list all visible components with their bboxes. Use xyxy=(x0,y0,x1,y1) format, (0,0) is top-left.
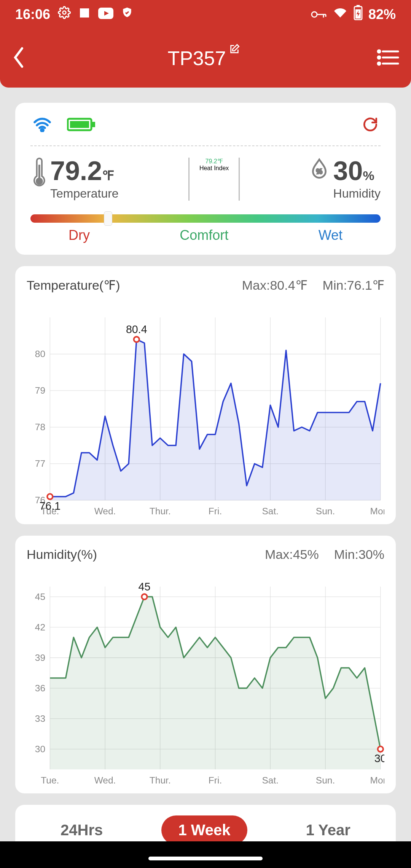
svg-rect-19 xyxy=(70,121,89,128)
svg-text:Sun.: Sun. xyxy=(316,506,335,516)
svg-text:Fri.: Fri. xyxy=(209,506,222,516)
svg-text:Sat.: Sat. xyxy=(262,506,279,516)
svg-text:30: 30 xyxy=(374,753,384,765)
svg-text:Wed.: Wed. xyxy=(94,775,116,785)
svg-text:80.4: 80.4 xyxy=(126,323,147,335)
svg-point-0 xyxy=(63,11,66,14)
svg-text:Sun.: Sun. xyxy=(316,775,335,785)
svg-point-17 xyxy=(41,129,43,131)
svg-text:Wed.: Wed. xyxy=(94,506,116,516)
svg-point-4 xyxy=(312,12,317,17)
svg-text:Thur.: Thur. xyxy=(150,506,171,516)
svg-rect-20 xyxy=(92,122,95,127)
temperature-chart[interactable]: 7677787980Tue.Wed.Thur.Fri.Sat.Sun.Mon.8… xyxy=(27,302,384,520)
svg-text:Sat.: Sat. xyxy=(262,775,279,785)
summary-card: 79.2℉ Temperature 79.2℉ Heat Index % 30%… xyxy=(15,103,396,255)
svg-point-48 xyxy=(134,337,139,342)
droplet-icon: % xyxy=(310,158,329,183)
svg-text:30: 30 xyxy=(35,744,45,754)
wifi-signal-icon xyxy=(33,117,52,134)
comfort-indicator xyxy=(104,211,112,226)
nav-bar xyxy=(0,841,411,868)
heat-index-value: 79.2 xyxy=(206,158,217,164)
svg-text:78: 78 xyxy=(35,422,45,432)
svg-text:45: 45 xyxy=(35,592,45,602)
square-icon xyxy=(78,6,91,22)
status-left: 16:06 xyxy=(15,6,133,22)
svg-rect-1 xyxy=(80,8,89,18)
humid-chart-max: Max:45% xyxy=(265,547,319,562)
temp-chart-title: Temperature(℉) xyxy=(27,278,120,293)
menu-button[interactable] xyxy=(377,48,400,68)
edit-icon[interactable] xyxy=(229,44,240,56)
status-bar: 16:06 82% xyxy=(0,0,411,29)
svg-text:%: % xyxy=(316,168,322,175)
wifi-icon xyxy=(333,6,348,22)
shield-check-icon xyxy=(121,6,133,22)
humidity-chart[interactable]: 303336394245Tue.Wed.Thur.Fri.Sat.Sun.Mon… xyxy=(27,571,384,789)
svg-point-50 xyxy=(47,494,53,499)
title-wrap: TP357 xyxy=(167,47,239,70)
svg-text:45: 45 xyxy=(139,581,151,593)
temperature-label: Temperature xyxy=(50,187,119,201)
svg-point-15 xyxy=(378,62,380,65)
svg-text:Tue.: Tue. xyxy=(41,775,59,785)
temperature-value: 79.2 xyxy=(50,156,102,186)
heat-index-label: Heat Index xyxy=(199,165,229,172)
battery-icon xyxy=(353,5,363,24)
page-title: TP357 xyxy=(167,47,226,70)
svg-text:Thur.: Thur. xyxy=(150,775,171,785)
back-button[interactable] xyxy=(11,46,30,70)
battery-pct: 82% xyxy=(368,6,396,22)
refresh-button[interactable] xyxy=(362,116,378,134)
svg-text:33: 33 xyxy=(35,713,45,724)
label-wet: Wet xyxy=(319,227,342,243)
temp-chart-max: Max:80.4℉ xyxy=(242,278,307,293)
heat-index-metric: 79.2℉ Heat Index xyxy=(188,158,240,201)
svg-text:77: 77 xyxy=(35,458,45,469)
svg-text:79: 79 xyxy=(35,385,45,396)
svg-text:39: 39 xyxy=(35,653,45,663)
svg-point-11 xyxy=(378,50,380,53)
humid-chart-min: Min:30% xyxy=(334,547,384,562)
tab-1week[interactable]: 1 Week xyxy=(161,815,247,845)
tab-1year[interactable]: 1 Year xyxy=(289,815,367,845)
svg-text:76.1: 76.1 xyxy=(39,500,61,512)
svg-text:Mon.: Mon. xyxy=(370,775,384,785)
app-bar: TP357 xyxy=(0,29,411,88)
comfort-gradient xyxy=(30,214,381,223)
temp-chart-min: Min:76.1℉ xyxy=(323,278,384,293)
humidity-value: 30 xyxy=(333,156,363,186)
heat-index-unit: ℉ xyxy=(217,158,223,164)
vpn-key-icon xyxy=(311,6,327,22)
tab-24hrs[interactable]: 24Hrs xyxy=(44,815,119,845)
svg-point-13 xyxy=(378,56,380,59)
temperature-metric: 79.2℉ Temperature xyxy=(30,158,119,201)
humidity-metric: % 30% Humidity xyxy=(310,158,381,201)
svg-point-78 xyxy=(142,594,147,600)
humidity-unit: % xyxy=(363,168,374,183)
svg-point-21 xyxy=(37,179,42,184)
temperature-unit: ℉ xyxy=(102,168,114,183)
gear-icon xyxy=(58,6,71,22)
label-comfort: Comfort xyxy=(180,227,228,243)
svg-text:Mon.: Mon. xyxy=(370,506,384,516)
svg-text:80: 80 xyxy=(35,349,45,359)
humidity-chart-card: Humidity(%) Max:45% Min:30% 303336394245… xyxy=(15,536,396,793)
svg-text:36: 36 xyxy=(35,683,45,693)
svg-point-80 xyxy=(378,747,383,752)
clock: 16:06 xyxy=(15,6,50,22)
svg-text:Fri.: Fri. xyxy=(209,775,222,785)
svg-text:42: 42 xyxy=(35,622,45,632)
temperature-chart-card: Temperature(℉) Max:80.4℉ Min:76.1℉ 76777… xyxy=(15,266,396,524)
humidity-label: Humidity xyxy=(333,187,381,201)
humid-chart-title: Humidity(%) xyxy=(27,547,97,562)
youtube-icon xyxy=(98,6,113,22)
thermometer-icon xyxy=(30,158,46,191)
status-right: 82% xyxy=(311,5,396,24)
nav-handle[interactable] xyxy=(148,857,263,860)
battery-full-icon xyxy=(67,117,96,133)
label-dry: Dry xyxy=(68,227,90,243)
